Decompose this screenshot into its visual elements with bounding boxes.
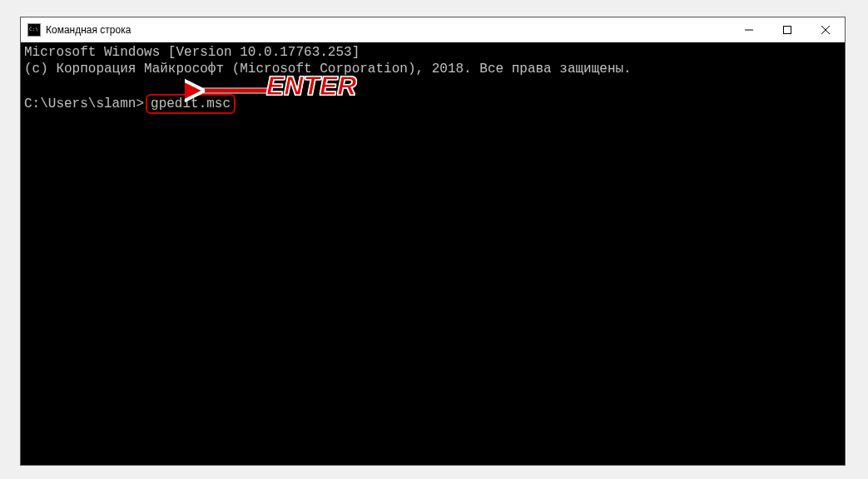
close-button[interactable] — [806, 17, 845, 42]
cmd-window: Командная строка Microsoft Windows [Vers… — [20, 17, 846, 466]
blank-line — [24, 77, 841, 94]
cmd-icon — [27, 23, 41, 37]
version-line: Microsoft Windows [Version 10.0.17763.25… — [24, 44, 841, 61]
maximize-button[interactable] — [768, 17, 806, 42]
console-area[interactable]: Microsoft Windows [Version 10.0.17763.25… — [21, 42, 845, 465]
command-highlight: gpedit.msc — [146, 94, 236, 114]
command-text: gpedit.msc — [151, 96, 231, 111]
svg-rect-1 — [784, 26, 791, 33]
prompt-text: C:\Users\slamn> — [24, 96, 144, 112]
titlebar[interactable]: Командная строка — [21, 17, 845, 42]
minimize-button[interactable] — [730, 17, 768, 42]
window-title: Командная строка — [46, 24, 131, 36]
copyright-line: (c) Корпорация Майкрософт (Microsoft Cor… — [24, 61, 841, 77]
window-controls — [730, 17, 845, 42]
prompt-line: C:\Users\slamn> gpedit.msc — [24, 94, 841, 114]
